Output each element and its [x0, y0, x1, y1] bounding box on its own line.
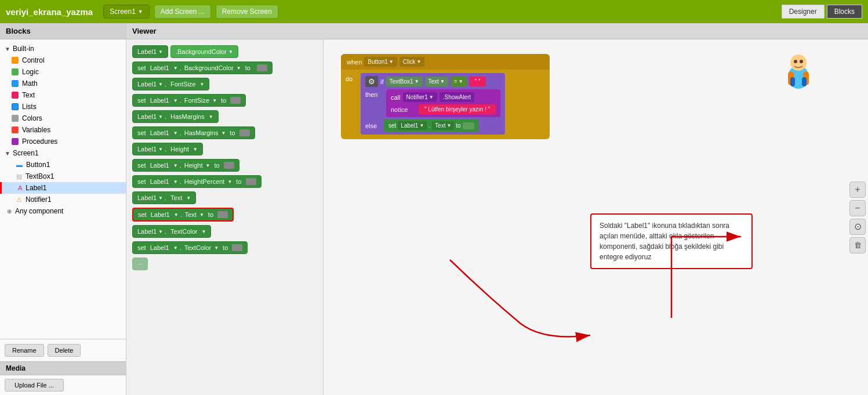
notifier1-block[interactable]: Notifier1 ▼ — [403, 92, 437, 102]
label1-bgcolor-getter-row: Label1 ▼ .BackgroundColor ▼ — [132, 45, 317, 58]
screen1-button[interactable]: Screen1 ▼ — [103, 5, 150, 19]
block-item-math-label: Math — [22, 79, 38, 88]
block-item-text[interactable]: Text — [0, 89, 126, 101]
block-item-logic[interactable]: Logic — [0, 66, 126, 78]
annotation-text: Soldaki "Label1" ikonuna tıkladıktan son… — [600, 222, 729, 261]
canvas-area[interactable]: when Button1 ▼ Click ▼ — [324, 39, 868, 395]
mascot — [775, 45, 822, 92]
block-item-colors-label: Colors — [22, 114, 42, 122]
screen-child-label1[interactable]: A Label1 — [0, 182, 126, 194]
when-body: do ⚙ if TextBox1 ▼ — [341, 70, 550, 139]
mascot-svg — [775, 45, 822, 92]
label1-hasmargins-block[interactable]: Label1 ▼ . HasMargins ▼ — [132, 110, 219, 123]
blocks-section-header: Blocks — [0, 23, 126, 39]
block-item-lists[interactable]: Lists — [0, 101, 126, 113]
trash-button[interactable]: 🗑 — [849, 237, 866, 253]
zoom-reset-button[interactable]: ⊙ — [849, 219, 866, 235]
rename-button[interactable]: Rename — [5, 344, 44, 357]
text-property-block[interactable]: Text ▼ — [425, 77, 448, 86]
block-item-control[interactable]: Control — [0, 55, 126, 66]
label1-fontsize-getter-row: Label1 ▼ . FontSize ▼ — [132, 78, 317, 90]
set-label1-text-block[interactable]: set Label1 ▼ . Text ▼ — [384, 119, 479, 132]
designer-button[interactable]: Designer — [782, 5, 825, 19]
else-to-connector — [463, 122, 474, 129]
any-component-label: Any component — [15, 207, 63, 215]
hasmargins-to-connector — [239, 129, 250, 136]
call-label: call — [391, 94, 401, 101]
set-textcolor-block[interactable]: set Label1 ▼ . TextColor ▼ to — [132, 241, 248, 254]
when-label: when — [347, 59, 362, 66]
block-item-colors[interactable]: Colors — [0, 113, 126, 124]
label1-set-bgcolor-row: set Label1 ▼ . BackgroundColor ▼ to — [132, 61, 317, 74]
textbox1-block[interactable]: TextBox1 ▼ — [386, 77, 423, 86]
gear-icon[interactable]: ⚙ — [365, 76, 378, 87]
empty-string-block[interactable]: " " — [469, 77, 486, 86]
equals-dd-arrow: ▼ — [459, 79, 463, 84]
label1-set-text-row: set Label1 ▼ . Text ▼ to — [132, 208, 317, 222]
upload-file-button[interactable]: Upload File ... — [5, 379, 64, 392]
label1-hasmargins-getter-row: Label1 ▼ . HasMargins ▼ — [132, 110, 317, 123]
notice-row: notice " Lütfen birşeyler yazın ! " — [391, 104, 496, 114]
block-item-procedures[interactable]: Procedures — [0, 136, 126, 147]
set-height-block[interactable]: set Label1 ▼ . Height ▼ to — [132, 159, 239, 172]
built-in-section[interactable]: ▼ Built-in — [0, 43, 126, 55]
textbox1-label: TextBox1 — [26, 172, 54, 180]
notifier1-icon: ⚠ — [16, 196, 22, 204]
textcolor-to-connector — [232, 244, 242, 251]
any-component-section[interactable]: ⊕ Any component — [0, 205, 126, 217]
set-label1-fontsize-block[interactable]: set Label1 ▼ . FontSize ▼ to — [132, 94, 246, 107]
blocks-button[interactable]: Blocks — [827, 5, 862, 19]
any-component-toggle-icon: ⊕ — [7, 208, 12, 215]
notice-label: notice — [391, 106, 416, 113]
screen-child-textbox1[interactable]: ▤ TextBox1 — [0, 171, 126, 182]
zoom-out-button[interactable]: − — [849, 200, 866, 216]
click-dd-arrow: ▼ — [416, 59, 421, 64]
action-row: Rename Delete — [5, 344, 121, 357]
label1-textcolor-block[interactable]: Label1 ▼ . TextColor ▼ — [132, 225, 211, 238]
blocks-list: ▼ Built-in Control Logic Math Text Li — [0, 39, 126, 339]
button1-dd-arrow: ▼ — [389, 59, 394, 64]
click-dropdown[interactable]: Click ▼ — [400, 57, 425, 67]
main-layout: Blocks ▼ Built-in Control Logic Math Tex… — [0, 23, 868, 395]
upload-button-wrap: Upload File ... — [0, 375, 126, 395]
if-block: ⚙ if TextBox1 ▼ Text ▼ — [361, 73, 505, 135]
right-tools: + − ⊙ 🗑 — [847, 179, 868, 256]
set-hasmargins-block[interactable]: set Label1 ▼ . HasMargins ▼ to — [132, 126, 255, 139]
app-title: veriyi_ekrana_yazma — [6, 7, 93, 17]
set-bgcolor-arrow: ▼ — [237, 66, 241, 71]
logic-color-dot — [12, 68, 19, 75]
label1-dropdown-arrow: ▼ — [158, 49, 163, 55]
label1-block[interactable]: Label1 ▼ — [132, 45, 168, 58]
label1-height-block[interactable]: Label1 ▼ . Height ▼ — [132, 143, 203, 155]
label1-inline-block[interactable]: Label1 ▼ — [398, 121, 427, 130]
mode-buttons: Designer Blocks — [782, 5, 862, 19]
more-block: ··· — [132, 258, 148, 270]
set-label1-bgcolor-block[interactable]: set Label1 ▼ . BackgroundColor ▼ to — [132, 61, 273, 74]
label1-set-textcolor-row: set Label1 ▼ . TextColor ▼ to — [132, 241, 317, 254]
then-label: then — [365, 89, 384, 98]
set-heightpercent-block[interactable]: set Label1 ▼ . HeightPercent ▼ to — [132, 175, 262, 188]
screen-child-notifier1[interactable]: ⚠ Notifier1 — [0, 194, 126, 205]
notifier1-dd-arrow: ▼ — [429, 95, 434, 100]
height-to-connector — [224, 162, 234, 169]
block-item-procedures-label: Procedures — [22, 137, 57, 146]
screen1-section[interactable]: ▼ Screen1 — [0, 147, 126, 159]
block-item-variables[interactable]: Variables — [0, 124, 126, 136]
notice-text-block[interactable]: " Lütfen birşeyler yazın ! " — [419, 104, 496, 114]
button1-dropdown[interactable]: Button1 ▼ — [364, 57, 397, 67]
equals-block[interactable]: = ▼ — [451, 77, 467, 86]
block-item-math[interactable]: Math — [0, 78, 126, 89]
button1-label: Button1 — [26, 161, 50, 169]
button1-icon: ▬ — [16, 161, 23, 168]
label1-text-block[interactable]: Label1 ▼ . Text ▼ — [132, 191, 196, 204]
text-inline-block[interactable]: Text ▼ — [432, 121, 454, 130]
bgcolor-block[interactable]: .BackgroundColor ▼ — [170, 45, 238, 58]
remove-screen-button[interactable]: Remove Screen — [216, 5, 278, 19]
label1-fontsize-block[interactable]: Label1 ▼ . FontSize ▼ — [132, 78, 209, 90]
delete-button[interactable]: Delete — [48, 344, 81, 357]
zoom-in-button[interactable]: + — [849, 182, 866, 198]
block-item-variables-label: Variables — [22, 126, 50, 134]
screen-child-button1[interactable]: ▬ Button1 — [0, 159, 126, 171]
add-screen-button[interactable]: Add Screen ... — [154, 5, 211, 19]
set-text-block[interactable]: set Label1 ▼ . Text ▼ to — [132, 208, 234, 222]
